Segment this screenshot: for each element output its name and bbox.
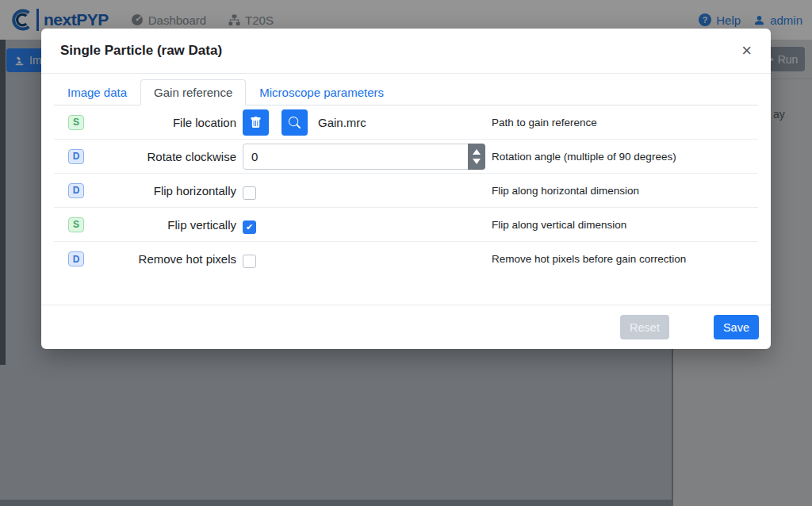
rotate-clockwise-control: [243, 144, 485, 170]
rotate-clockwise-description: Rotation angle (multiple of 90 degrees): [485, 151, 758, 163]
flip-vertically-checkbox[interactable]: [243, 220, 256, 234]
browse-file-button[interactable]: [282, 109, 308, 136]
default-badge: D: [68, 183, 84, 198]
search-icon: [289, 117, 301, 128]
specified-badge: S: [68, 217, 84, 232]
flip-horizontally-label: Flip horizontally: [90, 184, 236, 197]
flip-vertically-description: Flip along vertical dimension: [485, 219, 758, 231]
file-location-control: Gain.mrc: [243, 109, 485, 136]
trash-icon: [250, 117, 262, 128]
default-badge: D: [68, 251, 84, 266]
tab-gain-reference[interactable]: Gain reference: [140, 79, 246, 105]
default-badge: D: [68, 149, 84, 164]
flip-horizontally-description: Flip along horizontal dimension: [485, 185, 758, 197]
single-particle-dialog: Single Particle (raw Data) × Image data …: [41, 29, 771, 349]
remove-hot-pixels-description: Remove hot pixels before gain correction: [485, 253, 758, 265]
dialog-tabs: Image data Gain reference Microscope par…: [54, 79, 758, 105]
form-row-flip-horizontally: D Flip horizontally Flip along horizonta…: [54, 174, 758, 208]
gain-file-value: Gain.mrc: [318, 116, 366, 129]
remove-hot-pixels-label: Remove hot pixels: [90, 252, 236, 266]
rotate-clockwise-input[interactable]: [243, 144, 485, 170]
form-row-flip-vertically: S Flip vertically Flip along vertical di…: [54, 208, 758, 242]
close-icon[interactable]: ×: [741, 42, 752, 59]
number-stepper[interactable]: [468, 144, 485, 170]
step-down-icon[interactable]: [473, 159, 481, 164]
remove-hot-pixels-checkbox[interactable]: [243, 255, 256, 268]
reset-button[interactable]: Reset: [620, 315, 669, 339]
tab-microscope-parameters[interactable]: Microscope parameters: [246, 79, 397, 105]
delete-file-button[interactable]: [243, 109, 269, 136]
flip-vertically-label: Flip vertically: [90, 218, 236, 232]
form-row-remove-hot-pixels: D Remove hot pixels Remove hot pixels be…: [54, 242, 758, 276]
flip-vertically-control: [243, 216, 485, 234]
form-row-rotate-clockwise: D Rotate clockwise Rotation angle (multi…: [54, 140, 758, 174]
tab-image-data[interactable]: Image data: [54, 79, 140, 105]
file-location-label: File location: [90, 116, 236, 129]
dialog-title: Single Particle (raw Data): [60, 43, 222, 59]
remove-hot-pixels-control: [243, 250, 485, 268]
save-button[interactable]: Save: [714, 315, 759, 339]
flip-horizontally-control: [243, 182, 485, 200]
dialog-body: Image data Gain reference Microscope par…: [41, 74, 771, 276]
file-location-description: Path to gain reference: [485, 117, 758, 128]
step-up-icon[interactable]: [473, 149, 481, 155]
rotate-clockwise-label: Rotate clockwise: [90, 150, 236, 163]
rotate-input-wrap: [243, 144, 485, 170]
dialog-footer: Reset Save: [41, 305, 771, 349]
dialog-header: Single Particle (raw Data) ×: [41, 29, 771, 74]
form-row-file-location: S File location G: [54, 105, 758, 140]
specified-badge: S: [68, 115, 84, 130]
flip-horizontally-checkbox[interactable]: [243, 186, 256, 200]
